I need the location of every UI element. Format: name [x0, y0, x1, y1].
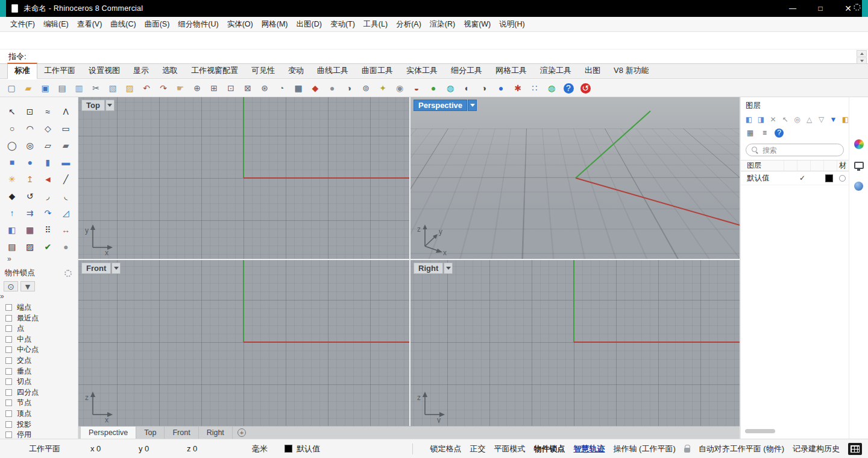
- viewport-layout-icon[interactable]: ▦: [291, 81, 306, 95]
- ribbon-tab[interactable]: 曲线工具: [310, 63, 355, 78]
- zoom-extents-all-icon[interactable]: ⊛: [257, 81, 272, 95]
- status-toggle[interactable]: 平面模式: [494, 444, 525, 454]
- osnap-item[interactable]: 切点: [5, 378, 78, 386]
- menu-item[interactable]: 实体(O): [223, 17, 257, 31]
- new-layer-icon[interactable]: ◧: [744, 114, 753, 126]
- rebuild-icon[interactable]: ↺: [23, 189, 37, 203]
- ribbon-tab[interactable]: 设置视图: [82, 63, 127, 78]
- help-icon[interactable]: ?: [561, 81, 576, 95]
- render-preview-icon[interactable]: ◍: [443, 81, 458, 95]
- snapshot-icon[interactable]: ✱: [511, 81, 525, 95]
- select-layer-objects-icon[interactable]: ↖: [781, 114, 790, 126]
- paste-icon[interactable]: ▨: [122, 81, 137, 95]
- menu-item[interactable]: 细分物件(U): [174, 17, 222, 31]
- viewport-tab[interactable]: Top: [136, 427, 165, 439]
- new-file-icon[interactable]: ▢: [4, 81, 19, 95]
- light-icon[interactable]: ✦: [376, 81, 390, 95]
- horizontal-scrollbar[interactable]: [745, 429, 775, 433]
- osnap-item[interactable]: 投影: [5, 421, 78, 428]
- osnap-overflow[interactable]: »: [0, 292, 78, 301]
- osnap-item[interactable]: 中心点: [5, 346, 78, 354]
- ribbon-tab[interactable]: 网格工具: [489, 63, 533, 78]
- pan-icon[interactable]: ☛: [173, 81, 187, 95]
- select-icon[interactable]: ↖: [5, 104, 19, 118]
- polygon-icon[interactable]: ◇: [41, 121, 55, 135]
- menu-item[interactable]: 文件(F): [6, 17, 39, 31]
- osnap-item[interactable]: 交点: [5, 357, 78, 364]
- save-icon[interactable]: ▣: [38, 81, 52, 95]
- viewport-perspective[interactable]: Perspective z y x: [410, 97, 740, 259]
- checkbox[interactable]: [5, 389, 12, 396]
- trim-icon[interactable]: ◄: [41, 172, 55, 186]
- slab-icon[interactable]: ▬: [59, 155, 73, 169]
- menu-item[interactable]: 查看(V): [73, 17, 107, 31]
- properties-tab-icon[interactable]: [854, 162, 864, 169]
- menu-item[interactable]: 曲面(S): [140, 17, 174, 31]
- list-view-icon[interactable]: ≡: [759, 127, 770, 139]
- command-input[interactable]: [30, 52, 868, 61]
- surface-corner-icon[interactable]: ▰: [59, 138, 73, 152]
- match-layer-icon[interactable]: ◎: [793, 114, 802, 126]
- viewport-front[interactable]: Front z x: [78, 260, 409, 426]
- zoom-window-icon[interactable]: ⊞: [207, 81, 221, 95]
- viewport-title[interactable]: Front: [81, 262, 121, 274]
- arc-icon[interactable]: ◠: [23, 121, 37, 135]
- rectangle-icon[interactable]: ▭: [59, 121, 73, 135]
- checkbox[interactable]: [5, 325, 12, 332]
- render-icon[interactable]: ●: [426, 81, 441, 95]
- osnap-toggle-icon[interactable]: ⊙: [4, 281, 18, 291]
- viewport-tab[interactable]: Right: [199, 427, 233, 439]
- layer-search[interactable]: [746, 144, 844, 156]
- array-icon[interactable]: ⠿: [41, 223, 55, 237]
- viewport-title[interactable]: Perspective: [414, 100, 477, 111]
- ribbon-tab[interactable]: 出图: [578, 63, 607, 78]
- ribbon-tab[interactable]: 工作视窗配置: [184, 63, 245, 78]
- materials-tab-icon[interactable]: [854, 182, 863, 191]
- fillet-icon[interactable]: ◞: [41, 189, 55, 203]
- toolbar-overflow[interactable]: »: [0, 253, 78, 263]
- explode-icon[interactable]: ✳: [5, 172, 19, 186]
- curve-icon[interactable]: ≈: [41, 104, 55, 118]
- split-icon[interactable]: ╱: [59, 172, 73, 186]
- filter-layers-icon[interactable]: ▼: [829, 114, 838, 126]
- ribbon-tab[interactable]: 变动: [281, 63, 310, 78]
- dimension-icon[interactable]: ↔: [59, 223, 73, 237]
- search-input[interactable]: [763, 146, 838, 154]
- checkbox[interactable]: [5, 304, 12, 311]
- offset-curve-icon[interactable]: ◎: [23, 138, 37, 152]
- menu-item[interactable]: 网格(M): [257, 17, 292, 31]
- layer-material-icon[interactable]: [839, 175, 846, 182]
- viewport-tab[interactable]: Front: [165, 427, 198, 439]
- lock-icon[interactable]: [684, 448, 690, 453]
- layer-state-icon[interactable]: ◒: [409, 81, 424, 95]
- lock-objects-icon[interactable]: ◉: [392, 81, 407, 95]
- menu-item[interactable]: 渲染(R): [426, 17, 459, 31]
- display-mode-icon[interactable]: ◆: [308, 81, 322, 95]
- checkbox[interactable]: [5, 399, 12, 406]
- cut-icon[interactable]: ✂: [89, 81, 103, 95]
- chamfer-icon[interactable]: ◟: [59, 189, 73, 203]
- status-toggle[interactable]: 智慧轨迹: [573, 444, 605, 454]
- cplane-menu[interactable]: 工作平面: [0, 444, 90, 454]
- checkbox[interactable]: [5, 315, 12, 322]
- menu-item[interactable]: 变动(T): [326, 17, 359, 31]
- gear-icon[interactable]: [854, 4, 861, 11]
- menu-item[interactable]: 视窗(W): [459, 17, 495, 31]
- auto-cplane-toggle[interactable]: 自动对齐工作平面 (物件): [699, 444, 784, 454]
- move-layer-down-icon[interactable]: ▽: [817, 114, 826, 126]
- rotate-view-icon[interactable]: ◔: [274, 81, 289, 95]
- units-menu[interactable]: 毫米: [235, 444, 278, 454]
- undo-icon[interactable]: ↶: [139, 81, 154, 95]
- ellipse-icon[interactable]: ◯: [5, 138, 19, 152]
- print-icon[interactable]: ▤: [55, 81, 69, 95]
- viewport-title[interactable]: Top: [81, 100, 115, 111]
- record-icon[interactable]: ↺: [578, 81, 593, 95]
- help-icon[interactable]: ?: [773, 127, 785, 139]
- extrude-icon[interactable]: ↥: [23, 172, 37, 186]
- move-icon[interactable]: ↑: [5, 206, 19, 220]
- zoom-selected-icon[interactable]: ⊡: [224, 81, 238, 95]
- surface-plane-icon[interactable]: ▱: [41, 138, 55, 152]
- checkbox[interactable]: [5, 410, 12, 417]
- osnap-item[interactable]: 垂点: [5, 367, 78, 375]
- status-toggle[interactable]: 物件锁点: [533, 444, 565, 454]
